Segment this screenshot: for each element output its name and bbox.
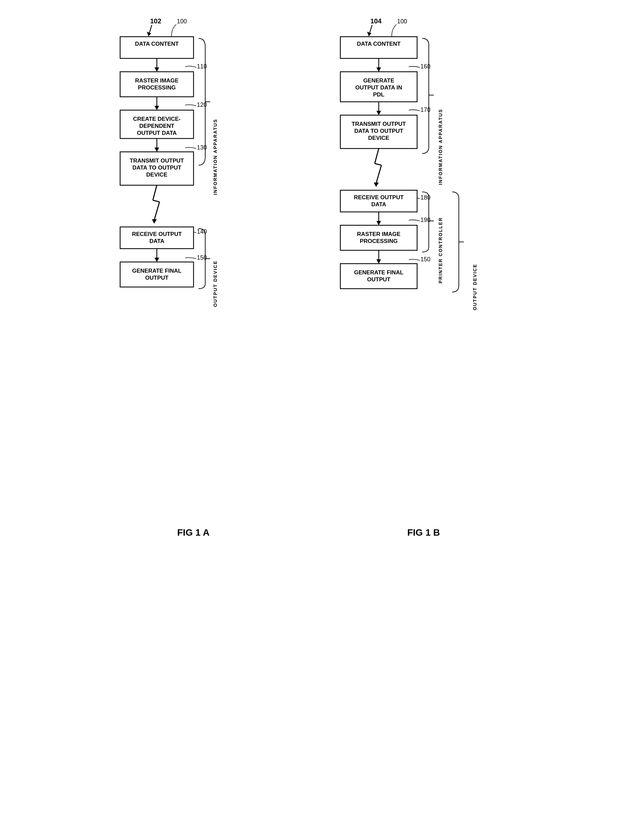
svg-text:150: 150 bbox=[421, 256, 430, 263]
svg-text:102: 102 bbox=[150, 17, 161, 25]
svg-text:100: 100 bbox=[397, 18, 407, 25]
figures-row: 102 100 DATA CONTENT 110 RASTER IMAGE PR… bbox=[0, 13, 627, 538]
svg-line-27 bbox=[153, 185, 157, 200]
svg-rect-4 bbox=[120, 37, 194, 58]
svg-marker-66 bbox=[374, 183, 379, 187]
svg-text:TRANSMIT OUTPUT: TRANSMIT OUTPUT bbox=[129, 158, 184, 164]
svg-text:DATA TO OUTPUT: DATA TO OUTPUT bbox=[354, 128, 403, 134]
svg-text:DATA: DATA bbox=[371, 201, 386, 208]
fig1a-container: 102 100 DATA CONTENT 110 RASTER IMAGE PR… bbox=[100, 13, 287, 538]
svg-marker-20 bbox=[154, 148, 159, 152]
svg-text:PRINTER CONTROLLER: PRINTER CONTROLLER bbox=[438, 217, 443, 284]
svg-marker-72 bbox=[377, 221, 381, 225]
svg-marker-56 bbox=[377, 111, 381, 115]
svg-line-64 bbox=[375, 164, 381, 165]
svg-text:PROCESSING: PROCESSING bbox=[138, 84, 175, 91]
svg-marker-2 bbox=[147, 32, 151, 36]
svg-text:DEVICE: DEVICE bbox=[368, 135, 389, 141]
svg-text:TRANSMIT OUTPUT: TRANSMIT OUTPUT bbox=[351, 121, 406, 127]
svg-text:DEVICE: DEVICE bbox=[146, 172, 167, 178]
fig1b-container: 104 100 DATA CONTENT 160 GENERATE OUTPUT… bbox=[320, 13, 527, 538]
svg-text:DATA CONTENT: DATA CONTENT bbox=[135, 41, 179, 47]
fig1b-label: FIG 1 B bbox=[407, 527, 440, 538]
svg-text:INFORMATION APPARATUS: INFORMATION APPARATUS bbox=[438, 109, 443, 185]
svg-text:GENERATE FINAL: GENERATE FINAL bbox=[354, 269, 403, 276]
svg-text:RASTER IMAGE: RASTER IMAGE bbox=[357, 231, 400, 237]
svg-text:RECEIVE OUTPUT: RECEIVE OUTPUT bbox=[132, 231, 182, 237]
svg-text:OUTPUT DEVICE: OUTPUT DEVICE bbox=[472, 264, 477, 310]
svg-line-65 bbox=[376, 165, 381, 184]
svg-text:RASTER IMAGE: RASTER IMAGE bbox=[135, 77, 178, 84]
fig1b-diagram: 104 100 DATA CONTENT 160 GENERATE OUTPUT… bbox=[320, 13, 527, 514]
svg-text:RECEIVE OUTPUT: RECEIVE OUTPUT bbox=[354, 194, 404, 200]
svg-marker-49 bbox=[377, 68, 381, 72]
svg-text:INFORMATION APPARATUS: INFORMATION APPARATUS bbox=[213, 119, 218, 195]
svg-rect-46 bbox=[340, 37, 417, 58]
svg-marker-36 bbox=[154, 258, 159, 262]
svg-text:104: 104 bbox=[370, 17, 382, 25]
svg-text:100: 100 bbox=[177, 18, 187, 25]
svg-text:DATA: DATA bbox=[149, 238, 164, 244]
svg-marker-30 bbox=[152, 219, 157, 224]
svg-line-63 bbox=[375, 148, 379, 164]
svg-text:OUTPUT DEVICE: OUTPUT DEVICE bbox=[213, 260, 218, 307]
svg-text:DATA CONTENT: DATA CONTENT bbox=[357, 41, 401, 47]
svg-marker-7 bbox=[154, 68, 159, 72]
svg-marker-44 bbox=[367, 32, 372, 36]
svg-marker-13 bbox=[154, 106, 159, 110]
svg-line-29 bbox=[154, 202, 159, 220]
svg-text:OUTPUT DATA: OUTPUT DATA bbox=[137, 130, 176, 136]
svg-text:GENERATE FINAL: GENERATE FINAL bbox=[132, 268, 181, 274]
svg-text:CREATE DEVICE-: CREATE DEVICE- bbox=[133, 116, 180, 122]
fig1a-diagram: 102 100 DATA CONTENT 110 RASTER IMAGE PR… bbox=[100, 13, 287, 514]
svg-text:PROCESSING: PROCESSING bbox=[360, 238, 397, 244]
svg-marker-78 bbox=[377, 259, 381, 264]
svg-line-28 bbox=[153, 200, 159, 202]
svg-text:OUTPUT: OUTPUT bbox=[367, 276, 391, 283]
fig1a-label: FIG 1 A bbox=[177, 527, 210, 538]
svg-text:PDL: PDL bbox=[373, 91, 384, 98]
svg-text:GENERATE: GENERATE bbox=[363, 77, 394, 84]
svg-text:OUTPUT: OUTPUT bbox=[145, 275, 169, 281]
svg-text:OUTPUT DATA IN: OUTPUT DATA IN bbox=[355, 84, 402, 91]
svg-text:DATA TO OUTPUT: DATA TO OUTPUT bbox=[132, 164, 181, 171]
svg-text:DEPENDENT: DEPENDENT bbox=[139, 123, 174, 129]
